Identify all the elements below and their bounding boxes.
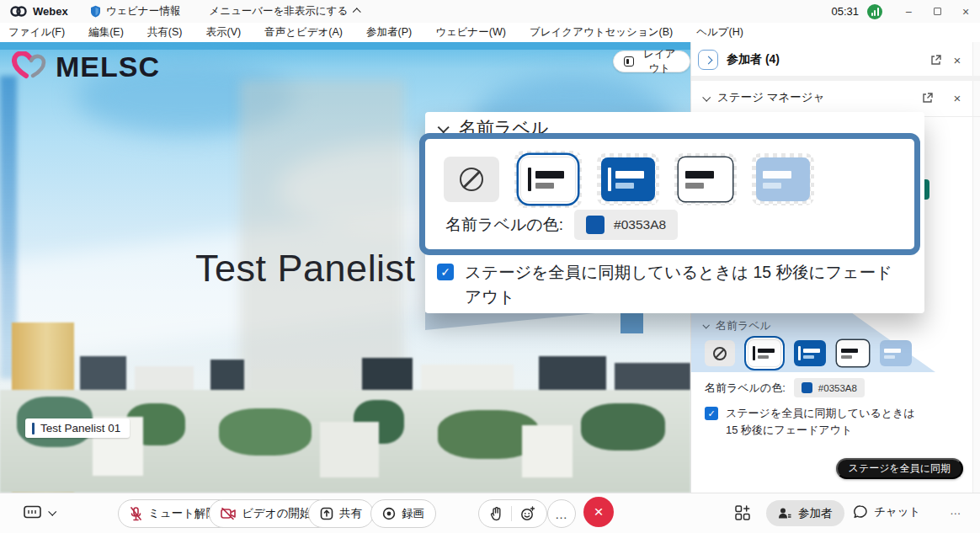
apps-button[interactable]: [734, 504, 751, 521]
label-style-blue-accent-bar[interactable]: [601, 157, 655, 201]
meeting-timer: 05:31: [831, 5, 859, 18]
share-icon: [320, 507, 333, 520]
menubar: ファイル(F) 編集(E) 共有(S) 表示(V) 音声とビデオ(A) 参加者(…: [0, 23, 980, 42]
hide-menubar-button[interactable]: メニューバーを非表示にする: [209, 4, 360, 19]
label-style-none[interactable]: [705, 340, 735, 366]
chevron-right-icon: [704, 56, 712, 64]
prohibited-icon: [713, 347, 727, 360]
color-picker-chip[interactable]: #0353A8: [794, 378, 865, 397]
name-label-section-header[interactable]: 名前ラベル: [703, 318, 771, 333]
captions-button[interactable]: [24, 505, 55, 520]
collapse-participants-button[interactable]: [698, 50, 718, 70]
share-button[interactable]: 共有: [308, 499, 374, 528]
layout-icon: [624, 56, 634, 67]
menu-audio-video[interactable]: 音声とビデオ(A): [253, 25, 354, 40]
shield-icon: [90, 5, 101, 18]
chevron-down-icon: [438, 121, 450, 133]
name-label-section-title: 名前ラベル: [716, 318, 771, 333]
titlebar: Webex ウェビナー情報 メニューバーを非表示にする 05:31 − ×: [0, 0, 980, 23]
start-video-label: ビデオの開始: [242, 506, 311, 521]
label-style-light-plain[interactable]: [837, 340, 869, 366]
close-stage-manager-button[interactable]: ×: [946, 87, 968, 109]
label-style-blue-accent-bar[interactable]: [794, 340, 826, 366]
toolbar-overflow-button[interactable]: …: [950, 504, 961, 517]
chat-button[interactable]: チャット: [853, 504, 920, 520]
label-style-light-accent-bar[interactable]: [746, 338, 783, 369]
label-style-none[interactable]: [444, 157, 499, 202]
prohibited-icon: [460, 168, 483, 191]
checkbox-checked-icon[interactable]: ✓: [705, 407, 718, 420]
label-style-light-plain[interactable]: [679, 157, 732, 201]
label-style-translucent[interactable]: [756, 157, 810, 201]
color-swatch: [586, 216, 605, 234]
popout-stage-manager-button[interactable]: [916, 87, 938, 109]
layout-button[interactable]: レイアウト: [613, 51, 690, 72]
magnifier-zoom-frame: 名前ラベルの色: #0353A8: [419, 133, 920, 255]
menu-share[interactable]: 共有(S): [136, 25, 194, 40]
leave-meeting-button[interactable]: ×: [583, 497, 614, 527]
unmute-label: ミュート解除: [148, 506, 217, 521]
fade-out-checkbox-label: ステージを全員に同期しているときは 15 秒後にフェードアウト: [726, 405, 915, 439]
popup-color-row: 名前ラベルの色: #0353A8: [445, 210, 678, 240]
melsc-heart-icon: [12, 51, 49, 83]
popup-label-style-options: [444, 151, 814, 208]
color-label: 名前ラベルの色:: [705, 381, 786, 396]
raise-hand-icon[interactable]: [490, 507, 503, 521]
popup-fade-out-checkbox-row: ✓ ステージを全員に同期しているときは 15 秒後にフェード アウト: [437, 260, 892, 309]
name-label-text: Test Panelist 01: [40, 422, 120, 434]
chevron-down-icon: [48, 508, 56, 516]
name-label-color-row: 名前ラベルの色: #0353A8: [705, 378, 865, 397]
stage-manager-title: ステージ マネージャ: [717, 90, 824, 105]
participants-panel-title: 参加者 (4): [727, 52, 780, 67]
apps-grid-icon: [734, 504, 751, 521]
menu-breakout[interactable]: ブレイクアウトセッション(B): [518, 25, 684, 40]
melsc-logo: MELSC: [12, 51, 160, 83]
webex-logo-icon: [10, 5, 27, 18]
webex-webinar-window: Webex ウェビナー情報 メニューバーを非表示にする 05:31 − × ファ…: [0, 0, 980, 533]
hide-menubar-label: メニューバーを非表示にする: [209, 4, 348, 19]
label-style-light-accent-bar[interactable]: [519, 155, 578, 204]
name-label-magnifier-popup: 名前ラベル 名前ラベルの色: #0353A8 ✓ ステージを全員に同期して: [425, 112, 924, 313]
panel-scrollbar[interactable]: [972, 42, 980, 493]
label-style-translucent[interactable]: [880, 340, 912, 366]
titlebar-right: 05:31 − ×: [831, 0, 980, 23]
menu-file[interactable]: ファイル(F): [0, 25, 77, 40]
webinar-info-button[interactable]: ウェビナー情報: [90, 4, 181, 19]
participants-toggle-button[interactable]: 参加者: [766, 500, 844, 526]
maximize-icon: [934, 8, 941, 15]
share-label: 共有: [339, 506, 362, 521]
color-picker-chip[interactable]: #0353A8: [574, 210, 678, 240]
mic-muted-icon: [130, 507, 142, 521]
record-button[interactable]: 録画: [370, 499, 436, 528]
name-label-style-options: [705, 338, 912, 369]
connection-quality-icon[interactable]: [867, 4, 882, 19]
checkbox-checked-icon[interactable]: ✓: [437, 264, 454, 280]
more-options-button[interactable]: …: [547, 499, 576, 528]
melsc-logo-text: MELSC: [56, 51, 160, 83]
menu-view[interactable]: 表示(V): [194, 25, 253, 40]
menu-participants[interactable]: 参加者(P): [354, 25, 423, 40]
menu-webinar[interactable]: ウェビナー(W): [423, 25, 518, 40]
close-window-button[interactable]: ×: [951, 0, 980, 23]
close-icon: ×: [594, 504, 603, 520]
popout-participants-button[interactable]: [924, 49, 946, 71]
stage-top-strip: [0, 42, 690, 50]
close-participants-button[interactable]: ×: [946, 49, 968, 71]
layout-button-label: レイアウト: [640, 47, 679, 76]
maximize-button[interactable]: [923, 0, 951, 23]
chevron-down-icon[interactable]: [702, 93, 711, 101]
reactions-smiley-icon[interactable]: [520, 506, 535, 521]
reactions-group: [478, 499, 547, 528]
record-icon: [382, 507, 396, 520]
color-label: 名前ラベルの色:: [445, 214, 563, 236]
chevron-up-icon: [353, 8, 361, 16]
chevron-down-icon: [702, 322, 709, 328]
city-skyline: [0, 316, 690, 493]
minimize-button[interactable]: −: [894, 0, 923, 23]
menu-help[interactable]: ヘルプ(H): [684, 25, 755, 40]
webex-brand: Webex: [10, 5, 68, 18]
popup-fade-out-label: ステージを全員に同期しているときは 15 秒後にフェード アウト: [465, 260, 892, 309]
sync-stage-button[interactable]: ステージを全員に同期: [836, 458, 963, 479]
menu-edit[interactable]: 編集(E): [77, 25, 136, 40]
popout-icon: [930, 55, 941, 66]
